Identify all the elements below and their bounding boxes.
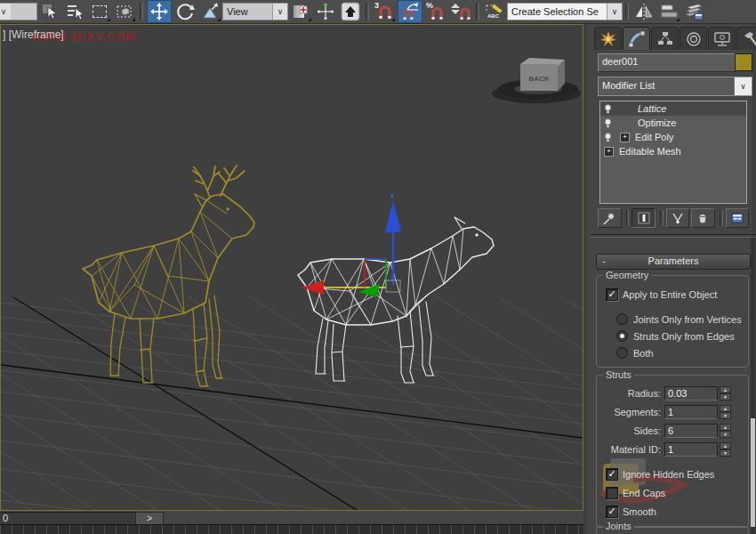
configure-modifier-sets-button[interactable]	[726, 208, 750, 228]
rotate-icon	[175, 2, 195, 21]
tab-motion[interactable]	[680, 27, 707, 50]
configure-sets-icon	[730, 211, 744, 225]
angle-snap-button[interactable]	[398, 0, 422, 23]
reference-coordinate-value: View	[223, 6, 252, 17]
spinner-down-icon[interactable]: ▼	[720, 412, 731, 419]
checkbox-unchecked-icon[interactable]	[606, 487, 618, 499]
radius-spinner[interactable]: ▲ ▼	[720, 386, 731, 400]
panel-scrollbar-thumb[interactable]	[751, 418, 755, 527]
segments-spinner[interactable]: ▲ ▼	[720, 405, 731, 419]
spinner-snap-button[interactable]	[449, 1, 472, 22]
perspective-viewport[interactable]: ] [Wireframe] WWW.3DXY.COM	[0, 24, 583, 511]
use-pivot-point-button[interactable]	[289, 1, 312, 22]
tab-hierarchy[interactable]	[651, 27, 679, 50]
checkbox-checked-icon[interactable]: ✓	[606, 288, 618, 301]
ignore-hidden-edges-checkbox[interactable]: ✓ Ignore Hidden Edges	[606, 468, 714, 481]
select-and-rotate-button[interactable]	[173, 1, 197, 22]
gizmo-x-arrow-icon[interactable]	[302, 280, 324, 295]
modifier-list-value: Modifier List	[599, 77, 734, 95]
align-button[interactable]	[657, 1, 680, 22]
radius-field[interactable]: 0.03	[664, 386, 718, 400]
spinner-down-icon[interactable]: ▼	[720, 431, 731, 438]
parameters-rollout-header[interactable]: - Parameters	[596, 254, 751, 270]
show-end-result-button[interactable]	[631, 208, 655, 228]
sides-spinner[interactable]: ▲ ▼	[720, 424, 731, 438]
bulb-icon[interactable]	[600, 103, 615, 115]
sides-field[interactable]: 6	[664, 424, 718, 438]
radio-both[interactable]: Both	[616, 347, 654, 359]
undo-combo-partial[interactable]: ∨	[0, 3, 37, 20]
select-by-name-button[interactable]	[63, 1, 86, 22]
snap-3-label: 3	[374, 1, 379, 10]
checkbox-checked-icon[interactable]: ✓	[606, 468, 618, 481]
layer-manager-button[interactable]	[682, 1, 705, 22]
named-selection-set-combo[interactable]: Create Selection Se ∨	[507, 3, 623, 20]
tab-create[interactable]	[594, 27, 622, 50]
sides-row: Sides: 6 ▲ ▼	[597, 424, 739, 438]
select-and-scale-button[interactable]	[198, 1, 221, 22]
select-object-button[interactable]	[38, 1, 61, 22]
selection-region-button[interactable]	[88, 1, 111, 22]
display-monitor-icon	[713, 30, 731, 48]
edit-named-selections-button[interactable]: ABC	[483, 1, 506, 22]
tab-display[interactable]	[708, 27, 736, 50]
make-unique-button[interactable]	[666, 208, 690, 228]
keyboard-override-button[interactable]	[339, 1, 362, 22]
tab-modify[interactable]	[623, 27, 650, 50]
bulb-icon[interactable]	[600, 132, 615, 143]
stack-item-editable-mesh[interactable]: + Editable Mesh	[600, 144, 746, 158]
tab-utilities[interactable]	[736, 27, 756, 50]
radio-struts-only[interactable]: Struts Only from Edges	[616, 330, 735, 342]
viewport-label[interactable]: ] [Wireframe]	[3, 28, 64, 41]
expand-icon[interactable]: +	[620, 133, 630, 142]
reference-coordinate-combo[interactable]: View ∨	[222, 3, 288, 20]
stack-item-edit-poly[interactable]: + Edit Poly	[600, 130, 746, 144]
track-bar[interactable]	[0, 524, 583, 534]
spinner-up-icon[interactable]: ▲	[720, 386, 731, 393]
radio-icon[interactable]	[616, 347, 628, 359]
material-id-field[interactable]: 1	[664, 442, 718, 457]
spinner-down-icon[interactable]: ▼	[720, 449, 731, 457]
viewcube-face-label[interactable]: BACK	[528, 75, 549, 83]
smooth-checkbox[interactable]: ✓ Smooth	[606, 506, 656, 518]
mirror-button[interactable]	[632, 1, 655, 22]
segments-row: Segments: 1 ▲ ▼	[597, 405, 739, 419]
remove-modifier-button[interactable]	[691, 208, 715, 228]
snaps-toggle-button[interactable]: 3	[373, 1, 396, 22]
object-name-field[interactable]: deer001	[598, 53, 738, 72]
yellow-deer-wireframe[interactable]	[83, 166, 254, 386]
viewport-canvas[interactable]: BACK	[1, 25, 583, 510]
spinner-up-icon[interactable]: ▲	[720, 424, 731, 431]
segments-field[interactable]: 1	[664, 405, 718, 419]
gizmo-z-arrow-icon[interactable]	[385, 200, 401, 232]
pivot-center-icon	[292, 3, 310, 20]
time-slider-handle[interactable]: 0	[0, 512, 148, 525]
stack-item-optimize[interactable]: Optimize	[600, 116, 746, 130]
show-end-result-icon	[637, 211, 651, 225]
next-frame-button[interactable]: >	[135, 512, 164, 525]
percent-snap-button[interactable]: %	[424, 1, 447, 22]
expand-icon[interactable]: +	[604, 147, 614, 157]
gizmo-y-arrow-icon[interactable]	[358, 284, 380, 297]
spinner-up-icon[interactable]: ▲	[720, 442, 731, 449]
checkbox-checked-icon[interactable]: ✓	[606, 506, 618, 518]
end-caps-checkbox[interactable]: End Caps	[606, 487, 665, 499]
material-id-spinner[interactable]: ▲ ▼	[720, 442, 731, 457]
select-and-manipulate-button[interactable]	[314, 1, 337, 22]
modifier-list-dropdown[interactable]: Modifier List ∨	[598, 77, 752, 96]
bulb-icon[interactable]	[600, 117, 615, 129]
apply-entire-object-checkbox[interactable]: ✓ Apply to Entire Object	[606, 288, 717, 301]
radio-selected-icon[interactable]	[616, 330, 628, 342]
select-and-move-button[interactable]	[147, 0, 172, 23]
viewcube[interactable]: BACK	[492, 58, 581, 103]
window-crossing-button[interactable]	[113, 1, 136, 22]
move-gizmo[interactable]: z	[302, 191, 401, 297]
radio-joints-only[interactable]: Joints Only from Vertices	[616, 313, 742, 325]
radio-icon[interactable]	[616, 313, 628, 325]
pin-stack-button[interactable]	[598, 208, 622, 228]
stack-item-lattice[interactable]: Lattice	[600, 101, 746, 116]
spinner-up-icon[interactable]: ▲	[720, 405, 731, 412]
spinner-snap-magnet-icon	[450, 2, 471, 21]
object-color-swatch[interactable]	[735, 53, 752, 71]
spinner-down-icon[interactable]: ▼	[720, 393, 731, 400]
